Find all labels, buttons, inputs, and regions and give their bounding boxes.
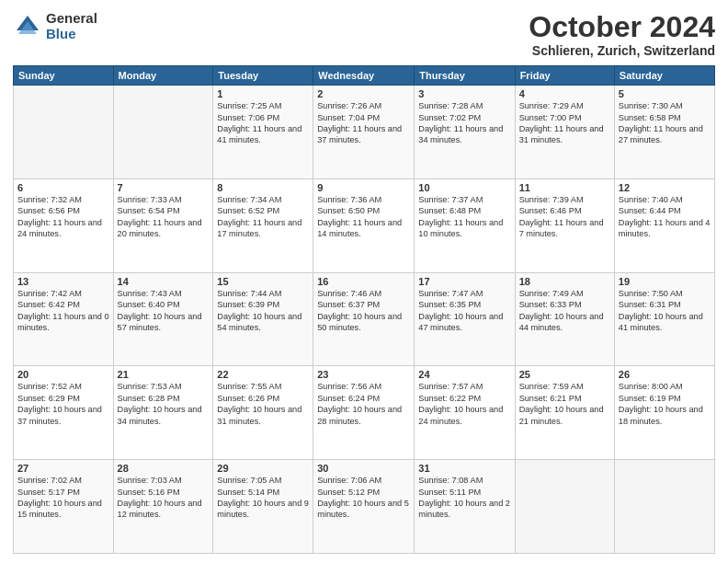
header-friday: Friday (515, 66, 614, 86)
calendar-header-row: Sunday Monday Tuesday Wednesday Thursday… (14, 66, 715, 86)
calendar-cell-w1-d2: 8Sunrise: 7:34 AM Sunset: 6:52 PM Daylig… (213, 178, 313, 272)
day-number: 7 (118, 182, 210, 193)
calendar-cell-w0-d6: 5Sunrise: 7:30 AM Sunset: 6:58 PM Daylig… (614, 86, 714, 179)
logo-general-text: General (46, 11, 97, 27)
calendar-cell-w0-d1 (113, 86, 213, 179)
day-info: Sunrise: 7:25 AM Sunset: 7:06 PM Dayligh… (217, 100, 309, 146)
day-info: Sunrise: 7:28 AM Sunset: 7:02 PM Dayligh… (418, 100, 510, 146)
calendar-cell-w4-d5 (515, 460, 614, 554)
day-info: Sunrise: 7:59 AM Sunset: 6:21 PM Dayligh… (519, 381, 610, 427)
day-number: 17 (418, 276, 510, 287)
calendar-cell-w3-d6: 26Sunrise: 8:00 AM Sunset: 6:19 PM Dayli… (614, 366, 714, 460)
day-info: Sunrise: 7:32 AM Sunset: 6:56 PM Dayligh… (17, 194, 109, 240)
header-tuesday: Tuesday (213, 66, 313, 86)
logo-blue-text: Blue (46, 27, 97, 42)
calendar-cell-w2-d1: 14Sunrise: 7:43 AM Sunset: 6:40 PM Dayli… (113, 272, 213, 366)
calendar-cell-w3-d5: 25Sunrise: 7:59 AM Sunset: 6:21 PM Dayli… (515, 366, 614, 460)
calendar-cell-w2-d5: 18Sunrise: 7:49 AM Sunset: 6:33 PM Dayli… (515, 272, 614, 366)
day-number: 18 (519, 276, 610, 287)
week-row-2: 13Sunrise: 7:42 AM Sunset: 6:42 PM Dayli… (14, 272, 715, 366)
day-number: 10 (418, 182, 510, 193)
day-info: Sunrise: 7:34 AM Sunset: 6:52 PM Dayligh… (217, 194, 309, 240)
day-info: Sunrise: 7:55 AM Sunset: 6:26 PM Dayligh… (217, 381, 309, 427)
day-info: Sunrise: 7:39 AM Sunset: 6:46 PM Dayligh… (519, 194, 610, 240)
week-row-0: 1Sunrise: 7:25 AM Sunset: 7:06 PM Daylig… (14, 86, 715, 179)
day-number: 31 (418, 463, 510, 474)
day-number: 23 (317, 369, 410, 380)
calendar-cell-w1-d1: 7Sunrise: 7:33 AM Sunset: 6:54 PM Daylig… (113, 178, 213, 272)
day-number: 29 (217, 463, 309, 474)
week-row-3: 20Sunrise: 7:52 AM Sunset: 6:29 PM Dayli… (14, 366, 715, 460)
week-row-1: 6Sunrise: 7:32 AM Sunset: 6:56 PM Daylig… (14, 178, 715, 272)
day-info: Sunrise: 7:47 AM Sunset: 6:35 PM Dayligh… (418, 288, 510, 334)
calendar-table: Sunday Monday Tuesday Wednesday Thursday… (13, 65, 715, 554)
calendar-cell-w1-d3: 9Sunrise: 7:36 AM Sunset: 6:50 PM Daylig… (313, 178, 415, 272)
day-number: 5 (619, 88, 711, 99)
calendar-cell-w2-d4: 17Sunrise: 7:47 AM Sunset: 6:35 PM Dayli… (415, 272, 515, 366)
day-number: 22 (217, 369, 309, 380)
day-number: 20 (17, 369, 109, 380)
calendar-cell-w1-d4: 10Sunrise: 7:37 AM Sunset: 6:48 PM Dayli… (415, 178, 515, 272)
calendar-cell-w4-d4: 31Sunrise: 7:08 AM Sunset: 5:11 PM Dayli… (415, 460, 515, 554)
calendar-cell-w3-d0: 20Sunrise: 7:52 AM Sunset: 6:29 PM Dayli… (14, 366, 114, 460)
day-number: 27 (17, 463, 109, 474)
day-info: Sunrise: 7:26 AM Sunset: 7:04 PM Dayligh… (317, 100, 410, 146)
day-number: 4 (519, 88, 610, 99)
day-number: 1 (217, 88, 309, 99)
day-info: Sunrise: 8:00 AM Sunset: 6:19 PM Dayligh… (619, 381, 711, 427)
calendar-cell-w2-d3: 16Sunrise: 7:46 AM Sunset: 6:37 PM Dayli… (313, 272, 415, 366)
day-info: Sunrise: 7:56 AM Sunset: 6:24 PM Dayligh… (317, 381, 410, 427)
logo: General Blue (13, 11, 97, 41)
calendar-cell-w4-d2: 29Sunrise: 7:05 AM Sunset: 5:14 PM Dayli… (213, 460, 313, 554)
logo-icon (13, 12, 42, 41)
day-number: 8 (217, 182, 309, 193)
calendar-cell-w2-d2: 15Sunrise: 7:44 AM Sunset: 6:39 PM Dayli… (213, 272, 313, 366)
calendar-cell-w1-d6: 12Sunrise: 7:40 AM Sunset: 6:44 PM Dayli… (614, 178, 714, 272)
calendar-cell-w0-d4: 3Sunrise: 7:28 AM Sunset: 7:02 PM Daylig… (415, 86, 515, 179)
day-number: 24 (418, 369, 510, 380)
day-number: 30 (317, 463, 410, 474)
day-info: Sunrise: 7:43 AM Sunset: 6:40 PM Dayligh… (118, 288, 210, 334)
day-info: Sunrise: 7:30 AM Sunset: 6:58 PM Dayligh… (619, 100, 711, 146)
day-number: 19 (619, 276, 711, 287)
day-number: 11 (519, 182, 610, 193)
title-section: October 2024 Schlieren, Zurich, Switzerl… (529, 11, 715, 58)
day-info: Sunrise: 7:03 AM Sunset: 5:16 PM Dayligh… (118, 475, 210, 521)
day-info: Sunrise: 7:02 AM Sunset: 5:17 PM Dayligh… (17, 475, 109, 521)
day-info: Sunrise: 7:44 AM Sunset: 6:39 PM Dayligh… (217, 288, 309, 334)
day-number: 6 (17, 182, 109, 193)
day-info: Sunrise: 7:50 AM Sunset: 6:31 PM Dayligh… (619, 288, 711, 334)
month-title: October 2024 (529, 11, 715, 43)
day-info: Sunrise: 7:05 AM Sunset: 5:14 PM Dayligh… (217, 475, 309, 521)
calendar-cell-w1-d0: 6Sunrise: 7:32 AM Sunset: 6:56 PM Daylig… (14, 178, 114, 272)
day-number: 9 (317, 182, 410, 193)
calendar-cell-w4-d3: 30Sunrise: 7:06 AM Sunset: 5:12 PM Dayli… (313, 460, 415, 554)
day-info: Sunrise: 7:46 AM Sunset: 6:37 PM Dayligh… (317, 288, 410, 334)
day-info: Sunrise: 7:08 AM Sunset: 5:11 PM Dayligh… (418, 475, 510, 521)
header-saturday: Saturday (614, 66, 714, 86)
day-info: Sunrise: 7:33 AM Sunset: 6:54 PM Dayligh… (118, 194, 210, 240)
calendar-cell-w3-d1: 21Sunrise: 7:53 AM Sunset: 6:28 PM Dayli… (113, 366, 213, 460)
header-sunday: Sunday (14, 66, 114, 86)
day-info: Sunrise: 7:40 AM Sunset: 6:44 PM Dayligh… (619, 194, 711, 240)
location: Schlieren, Zurich, Switzerland (529, 43, 715, 58)
calendar-cell-w0-d3: 2Sunrise: 7:26 AM Sunset: 7:04 PM Daylig… (313, 86, 415, 179)
day-number: 14 (118, 276, 210, 287)
header-wednesday: Wednesday (313, 66, 415, 86)
calendar-cell-w4-d0: 27Sunrise: 7:02 AM Sunset: 5:17 PM Dayli… (14, 460, 114, 554)
calendar-cell-w3-d4: 24Sunrise: 7:57 AM Sunset: 6:22 PM Dayli… (415, 366, 515, 460)
day-number: 16 (317, 276, 410, 287)
calendar-cell-w3-d2: 22Sunrise: 7:55 AM Sunset: 6:26 PM Dayli… (213, 366, 313, 460)
header-thursday: Thursday (415, 66, 515, 86)
day-number: 3 (418, 88, 510, 99)
day-number: 26 (619, 369, 711, 380)
day-info: Sunrise: 7:36 AM Sunset: 6:50 PM Dayligh… (317, 194, 410, 240)
day-info: Sunrise: 7:57 AM Sunset: 6:22 PM Dayligh… (418, 381, 510, 427)
day-info: Sunrise: 7:37 AM Sunset: 6:48 PM Dayligh… (418, 194, 510, 240)
header-monday: Monday (113, 66, 213, 86)
calendar-cell-w2-d0: 13Sunrise: 7:42 AM Sunset: 6:42 PM Dayli… (14, 272, 114, 366)
day-info: Sunrise: 7:52 AM Sunset: 6:29 PM Dayligh… (17, 381, 109, 427)
calendar-cell-w0-d0 (14, 86, 114, 179)
day-number: 28 (118, 463, 210, 474)
calendar-cell-w0-d5: 4Sunrise: 7:29 AM Sunset: 7:00 PM Daylig… (515, 86, 614, 179)
